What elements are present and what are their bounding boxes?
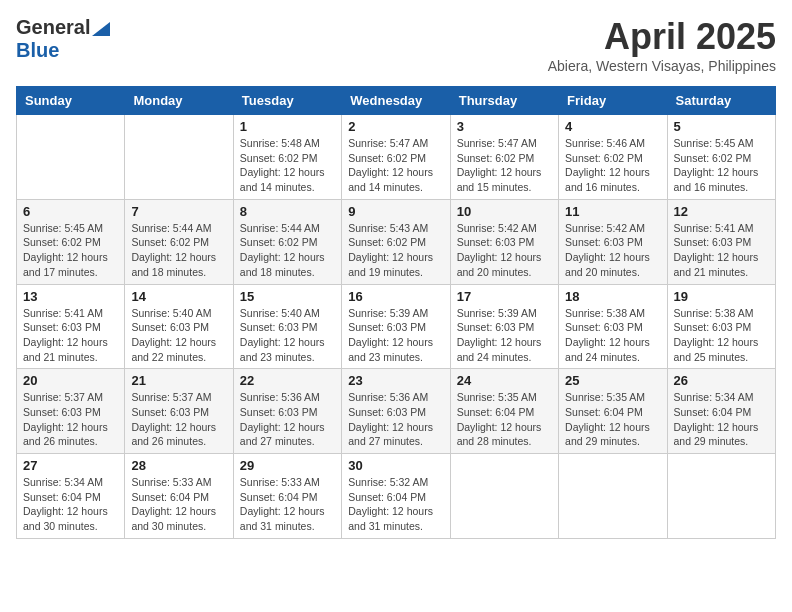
day-number: 14 (131, 289, 226, 304)
day-number: 13 (23, 289, 118, 304)
day-number: 10 (457, 204, 552, 219)
day-info: Sunrise: 5:36 AM Sunset: 6:03 PM Dayligh… (348, 390, 443, 449)
day-number: 1 (240, 119, 335, 134)
calendar-week-row: 6Sunrise: 5:45 AM Sunset: 6:02 PM Daylig… (17, 199, 776, 284)
day-number: 24 (457, 373, 552, 388)
calendar-table: SundayMondayTuesdayWednesdayThursdayFrid… (16, 86, 776, 539)
calendar-cell: 28Sunrise: 5:33 AM Sunset: 6:04 PM Dayli… (125, 454, 233, 539)
day-info: Sunrise: 5:42 AM Sunset: 6:03 PM Dayligh… (457, 221, 552, 280)
calendar-cell (559, 454, 667, 539)
day-number: 3 (457, 119, 552, 134)
day-number: 7 (131, 204, 226, 219)
day-info: Sunrise: 5:47 AM Sunset: 6:02 PM Dayligh… (457, 136, 552, 195)
day-number: 16 (348, 289, 443, 304)
calendar-week-row: 27Sunrise: 5:34 AM Sunset: 6:04 PM Dayli… (17, 454, 776, 539)
day-info: Sunrise: 5:36 AM Sunset: 6:03 PM Dayligh… (240, 390, 335, 449)
calendar-cell: 29Sunrise: 5:33 AM Sunset: 6:04 PM Dayli… (233, 454, 341, 539)
calendar-cell: 23Sunrise: 5:36 AM Sunset: 6:03 PM Dayli… (342, 369, 450, 454)
calendar-cell: 17Sunrise: 5:39 AM Sunset: 6:03 PM Dayli… (450, 284, 558, 369)
day-number: 2 (348, 119, 443, 134)
day-number: 29 (240, 458, 335, 473)
calendar-cell (450, 454, 558, 539)
calendar-cell: 14Sunrise: 5:40 AM Sunset: 6:03 PM Dayli… (125, 284, 233, 369)
calendar-day-header: Monday (125, 87, 233, 115)
title-section: April 2025 Abiera, Western Visayas, Phil… (548, 16, 776, 74)
calendar-cell: 26Sunrise: 5:34 AM Sunset: 6:04 PM Dayli… (667, 369, 775, 454)
day-number: 21 (131, 373, 226, 388)
day-info: Sunrise: 5:33 AM Sunset: 6:04 PM Dayligh… (131, 475, 226, 534)
calendar-cell (667, 454, 775, 539)
calendar-cell: 2Sunrise: 5:47 AM Sunset: 6:02 PM Daylig… (342, 115, 450, 200)
calendar-cell: 13Sunrise: 5:41 AM Sunset: 6:03 PM Dayli… (17, 284, 125, 369)
calendar-cell: 18Sunrise: 5:38 AM Sunset: 6:03 PM Dayli… (559, 284, 667, 369)
calendar-day-header: Friday (559, 87, 667, 115)
calendar-day-header: Wednesday (342, 87, 450, 115)
day-info: Sunrise: 5:39 AM Sunset: 6:03 PM Dayligh… (457, 306, 552, 365)
calendar-cell (125, 115, 233, 200)
calendar-cell: 7Sunrise: 5:44 AM Sunset: 6:02 PM Daylig… (125, 199, 233, 284)
calendar-day-header: Sunday (17, 87, 125, 115)
day-number: 18 (565, 289, 660, 304)
day-info: Sunrise: 5:37 AM Sunset: 6:03 PM Dayligh… (131, 390, 226, 449)
calendar-cell: 3Sunrise: 5:47 AM Sunset: 6:02 PM Daylig… (450, 115, 558, 200)
calendar-cell: 19Sunrise: 5:38 AM Sunset: 6:03 PM Dayli… (667, 284, 775, 369)
calendar-cell: 21Sunrise: 5:37 AM Sunset: 6:03 PM Dayli… (125, 369, 233, 454)
day-number: 22 (240, 373, 335, 388)
calendar-cell: 12Sunrise: 5:41 AM Sunset: 6:03 PM Dayli… (667, 199, 775, 284)
calendar-header-row: SundayMondayTuesdayWednesdayThursdayFrid… (17, 87, 776, 115)
calendar-cell: 25Sunrise: 5:35 AM Sunset: 6:04 PM Dayli… (559, 369, 667, 454)
day-number: 11 (565, 204, 660, 219)
calendar-cell: 10Sunrise: 5:42 AM Sunset: 6:03 PM Dayli… (450, 199, 558, 284)
month-title: April 2025 (548, 16, 776, 58)
location-title: Abiera, Western Visayas, Philippines (548, 58, 776, 74)
calendar-cell: 11Sunrise: 5:42 AM Sunset: 6:03 PM Dayli… (559, 199, 667, 284)
day-number: 6 (23, 204, 118, 219)
calendar-cell: 8Sunrise: 5:44 AM Sunset: 6:02 PM Daylig… (233, 199, 341, 284)
day-info: Sunrise: 5:44 AM Sunset: 6:02 PM Dayligh… (131, 221, 226, 280)
calendar-cell: 16Sunrise: 5:39 AM Sunset: 6:03 PM Dayli… (342, 284, 450, 369)
day-number: 28 (131, 458, 226, 473)
page-header: General Blue April 2025 Abiera, Western … (16, 16, 776, 74)
logo: General Blue (16, 16, 110, 62)
calendar-cell: 30Sunrise: 5:32 AM Sunset: 6:04 PM Dayli… (342, 454, 450, 539)
day-info: Sunrise: 5:39 AM Sunset: 6:03 PM Dayligh… (348, 306, 443, 365)
calendar-day-header: Thursday (450, 87, 558, 115)
calendar-cell: 20Sunrise: 5:37 AM Sunset: 6:03 PM Dayli… (17, 369, 125, 454)
calendar-day-header: Saturday (667, 87, 775, 115)
day-number: 30 (348, 458, 443, 473)
day-info: Sunrise: 5:41 AM Sunset: 6:03 PM Dayligh… (23, 306, 118, 365)
day-number: 8 (240, 204, 335, 219)
day-number: 26 (674, 373, 769, 388)
day-number: 23 (348, 373, 443, 388)
calendar-cell: 24Sunrise: 5:35 AM Sunset: 6:04 PM Dayli… (450, 369, 558, 454)
day-info: Sunrise: 5:48 AM Sunset: 6:02 PM Dayligh… (240, 136, 335, 195)
calendar-cell: 15Sunrise: 5:40 AM Sunset: 6:03 PM Dayli… (233, 284, 341, 369)
day-info: Sunrise: 5:45 AM Sunset: 6:02 PM Dayligh… (23, 221, 118, 280)
day-info: Sunrise: 5:34 AM Sunset: 6:04 PM Dayligh… (23, 475, 118, 534)
day-number: 15 (240, 289, 335, 304)
day-number: 19 (674, 289, 769, 304)
day-info: Sunrise: 5:35 AM Sunset: 6:04 PM Dayligh… (565, 390, 660, 449)
day-number: 5 (674, 119, 769, 134)
logo-blue: Blue (16, 39, 59, 62)
day-number: 20 (23, 373, 118, 388)
day-info: Sunrise: 5:34 AM Sunset: 6:04 PM Dayligh… (674, 390, 769, 449)
day-info: Sunrise: 5:40 AM Sunset: 6:03 PM Dayligh… (131, 306, 226, 365)
calendar-cell: 4Sunrise: 5:46 AM Sunset: 6:02 PM Daylig… (559, 115, 667, 200)
day-info: Sunrise: 5:44 AM Sunset: 6:02 PM Dayligh… (240, 221, 335, 280)
logo-icon (92, 22, 110, 36)
day-number: 12 (674, 204, 769, 219)
day-number: 17 (457, 289, 552, 304)
day-info: Sunrise: 5:37 AM Sunset: 6:03 PM Dayligh… (23, 390, 118, 449)
day-info: Sunrise: 5:38 AM Sunset: 6:03 PM Dayligh… (565, 306, 660, 365)
calendar-cell: 27Sunrise: 5:34 AM Sunset: 6:04 PM Dayli… (17, 454, 125, 539)
day-number: 27 (23, 458, 118, 473)
calendar-week-row: 13Sunrise: 5:41 AM Sunset: 6:03 PM Dayli… (17, 284, 776, 369)
calendar-cell: 9Sunrise: 5:43 AM Sunset: 6:02 PM Daylig… (342, 199, 450, 284)
day-info: Sunrise: 5:45 AM Sunset: 6:02 PM Dayligh… (674, 136, 769, 195)
day-info: Sunrise: 5:38 AM Sunset: 6:03 PM Dayligh… (674, 306, 769, 365)
day-info: Sunrise: 5:46 AM Sunset: 6:02 PM Dayligh… (565, 136, 660, 195)
day-info: Sunrise: 5:43 AM Sunset: 6:02 PM Dayligh… (348, 221, 443, 280)
day-info: Sunrise: 5:35 AM Sunset: 6:04 PM Dayligh… (457, 390, 552, 449)
day-info: Sunrise: 5:47 AM Sunset: 6:02 PM Dayligh… (348, 136, 443, 195)
